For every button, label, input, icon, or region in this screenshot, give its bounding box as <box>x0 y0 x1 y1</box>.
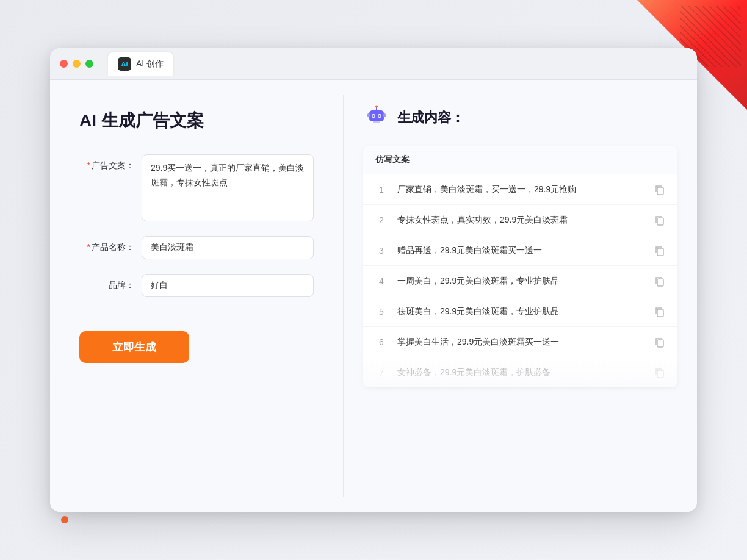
row-number: 1 <box>375 185 388 195</box>
main-content: AI 生成广告文案 *广告文案： *产品名称： 品牌： 立 <box>50 80 697 512</box>
brand-label: 品牌： <box>79 274 134 291</box>
row-number: 7 <box>375 368 388 378</box>
row-text: 专抹女性斑点，真实功效，29.9元美白淡斑霜 <box>397 214 644 226</box>
result-header: 生成内容： <box>363 104 677 131</box>
row-number: 2 <box>375 215 388 225</box>
result-table: 仿写文案 1厂家直销，美白淡斑霜，买一送一，29.9元抢购2专抹女性斑点，真实功… <box>363 146 677 387</box>
svg-rect-9 <box>383 113 386 117</box>
svg-rect-13 <box>657 279 663 286</box>
table-row[interactable]: 2专抹女性斑点，真实功效，29.9元美白淡斑霜 <box>363 205 677 235</box>
row-text: 厂家直销，美白淡斑霜，买一送一，29.9元抢购 <box>397 183 644 196</box>
svg-rect-2 <box>369 110 384 121</box>
left-panel: AI 生成广告文案 *广告文案： *产品名称： 品牌： 立 <box>50 80 343 512</box>
table-row[interactable]: 6掌握美白生活，29.9元美白淡斑霜买一送一 <box>363 327 677 357</box>
copy-icon[interactable] <box>654 215 665 226</box>
svg-rect-16 <box>657 370 663 378</box>
robot-icon <box>363 104 390 131</box>
ad-copy-input[interactable] <box>142 154 314 221</box>
page-title: AI 生成广告文案 <box>79 109 314 132</box>
svg-point-6 <box>379 115 381 117</box>
table-row[interactable]: 5祛斑美白，29.9元美白淡斑霜，专业护肤品 <box>363 296 677 327</box>
close-button[interactable] <box>60 60 68 68</box>
traffic-lights <box>60 60 93 68</box>
active-tab[interactable]: AI AI 创作 <box>108 52 173 76</box>
row-number: 4 <box>375 276 388 286</box>
table-row[interactable]: 4一周美白，29.9元美白淡斑霜，专业护肤品 <box>363 266 677 296</box>
copy-icon[interactable] <box>654 276 665 287</box>
right-panel: 生成内容： 仿写文案 1厂家直销，美白淡斑霜，买一送一，29.9元抢购2专抹女性… <box>344 80 697 512</box>
svg-point-1 <box>375 106 378 108</box>
result-title: 生成内容： <box>397 109 464 127</box>
product-name-label: *产品名称： <box>79 236 134 253</box>
table-header: 仿写文案 <box>363 146 677 174</box>
title-bar: AI AI 创作 <box>50 48 697 80</box>
tab-icon: AI <box>118 57 131 71</box>
generate-button[interactable]: 立即生成 <box>79 331 189 363</box>
tab-title: AI 创作 <box>136 59 164 70</box>
browser-window: AI AI 创作 AI 生成广告文案 *广告文案： *产品名称： <box>50 48 697 512</box>
row-text: 女神必备，29.9元美白淡斑霜，护肤必备 <box>397 366 644 379</box>
copy-icon[interactable] <box>654 245 665 256</box>
svg-rect-11 <box>657 218 663 225</box>
table-row[interactable]: 7女神必备，29.9元美白淡斑霜，护肤必备 <box>363 357 677 387</box>
copy-icon[interactable] <box>654 337 665 348</box>
copy-icon[interactable] <box>654 306 665 317</box>
product-name-input[interactable] <box>142 236 314 259</box>
ad-copy-label: *广告文案： <box>79 154 134 171</box>
svg-rect-12 <box>657 248 663 256</box>
table-row[interactable]: 1厂家直销，美白淡斑霜，买一送一，29.9元抢购 <box>363 174 677 205</box>
required-marker-2: * <box>87 242 90 252</box>
table-row[interactable]: 3赠品再送，29.9元美白淡斑霜买一送一 <box>363 235 677 266</box>
row-text: 一周美白，29.9元美白淡斑霜，专业护肤品 <box>397 275 644 287</box>
row-number: 6 <box>375 337 388 347</box>
svg-rect-15 <box>657 340 663 347</box>
row-text: 祛斑美白，29.9元美白淡斑霜，专业护肤品 <box>397 305 644 318</box>
required-marker: * <box>87 160 90 170</box>
minimize-button[interactable] <box>73 60 81 68</box>
brand-input[interactable] <box>142 274 314 297</box>
row-number: 5 <box>375 307 388 317</box>
product-name-group: *产品名称： <box>79 236 314 259</box>
copy-icon[interactable] <box>654 367 665 378</box>
row-text: 掌握美白生活，29.9元美白淡斑霜买一送一 <box>397 336 644 348</box>
svg-point-5 <box>373 115 375 117</box>
copy-icon[interactable] <box>654 184 665 195</box>
svg-rect-7 <box>373 121 380 123</box>
svg-rect-10 <box>657 187 663 195</box>
row-text: 赠品再送，29.9元美白淡斑霜买一送一 <box>397 244 644 257</box>
brand-group: 品牌： <box>79 274 314 297</box>
maximize-button[interactable] <box>85 60 93 68</box>
svg-rect-14 <box>657 309 663 317</box>
svg-rect-8 <box>367 113 370 117</box>
ai-logo: AI <box>121 60 128 68</box>
ad-copy-group: *广告文案： <box>79 154 314 221</box>
row-number: 3 <box>375 246 388 256</box>
